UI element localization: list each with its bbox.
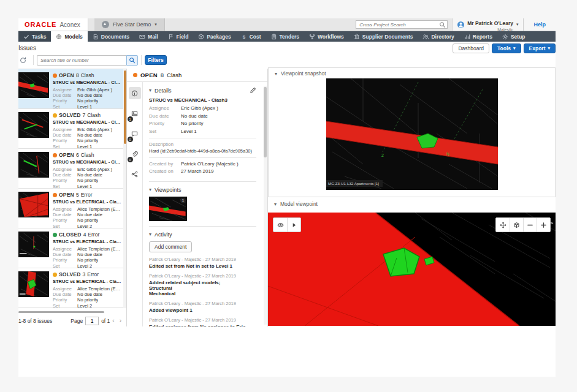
issue-card[interactable]: SOLVED7ClashSTRUC vs MECHANICAL - Clash2…: [18, 109, 124, 149]
filters-button[interactable]: Filters: [145, 55, 167, 65]
field-label: Priority: [53, 98, 77, 104]
count-badge: 1: [128, 116, 133, 122]
pan-button[interactable]: [496, 218, 510, 232]
visibility-eye-button[interactable]: [273, 218, 287, 232]
created-by-label: Created by: [149, 161, 181, 167]
viewpoint-snapshot-toggle[interactable]: ▾ Viewpoint snapshot: [269, 68, 555, 79]
issue-card[interactable]: OPEN6ClashSTRUC vs MECHANICAL - Clash1As…: [18, 149, 124, 189]
zoom-in-button[interactable]: [537, 218, 550, 232]
activity-section-toggle[interactable]: ▾ Activity: [149, 232, 256, 238]
edit-pencil-icon[interactable]: [250, 87, 256, 94]
previous-page-icon[interactable]: ‹: [110, 317, 117, 324]
project-selector[interactable]: Five Star Demo ▾: [94, 18, 165, 31]
issue-list-hscrollbar[interactable]: [18, 311, 104, 313]
mail-icon: [139, 34, 145, 40]
tab-tenders[interactable]: Tenders: [266, 31, 304, 42]
details-section-toggle[interactable]: ▾ Details: [149, 87, 256, 94]
chevron-down-icon: ▾: [149, 232, 151, 237]
image-icon: [131, 110, 138, 117]
expand-toolbar-button[interactable]: [287, 218, 300, 232]
section-cube-button[interactable]: [510, 218, 523, 232]
field-label: Due date: [53, 252, 77, 257]
page-title: Issues: [18, 45, 36, 51]
refresh-icon[interactable]: [20, 57, 26, 64]
viewpoints-section-toggle[interactable]: ▾ Viewpoints: [149, 187, 256, 193]
viewpoint-thumbnail[interactable]: 1: [149, 197, 187, 221]
field-value: No priority: [77, 297, 98, 303]
tab-setup[interactable]: Setup: [497, 31, 530, 42]
user-menu[interactable]: Mr Patrick O'Leary Majestic ▾: [452, 18, 523, 31]
tab-cost[interactable]: $Cost: [236, 31, 266, 42]
detail-title: STRUC vs MECHANICAL - Clash3: [149, 97, 256, 103]
minus-icon: [527, 222, 533, 228]
field-value: Alice Templeton (Enzic...: [77, 246, 123, 252]
details-tab[interactable]: [129, 87, 141, 99]
field-label: Assignee: [53, 286, 77, 292]
issue-thumbnail: [18, 72, 49, 98]
model-viewpoint-toggle[interactable]: ▾ Model viewpoint: [268, 198, 556, 209]
viewpoints-tab[interactable]: 1: [129, 107, 141, 119]
chevron-down-icon: ▾: [548, 46, 550, 51]
cross-project-search-input[interactable]: [356, 20, 448, 29]
add-comment-button[interactable]: Add comment: [149, 241, 192, 252]
search-icon[interactable]: [439, 21, 446, 28]
issue-status: OPEN: [59, 192, 74, 198]
viewer-column: ▾ Viewpoint snapshot 2NMC-Z3-U1-L32 Apar…: [268, 67, 556, 326]
tab-tasks[interactable]: Tasks: [18, 31, 51, 42]
activity-entry: Patrick O'Leary - Majestic - 27 March 20…: [149, 273, 256, 296]
activity-meta: Patrick O'Leary - Majestic - 27 March 20…: [149, 257, 256, 262]
issue-card[interactable]: CLOSED4ErrorSTRUC vs ELECTRICAL - Clash3…: [18, 228, 124, 268]
tab-workflows[interactable]: Workflows: [304, 31, 349, 42]
tab-packages[interactable]: Packages: [193, 31, 235, 42]
issue-title: STRUC vs MECHANICAL - Clash2: [53, 119, 123, 125]
issue-type: Clash: [81, 72, 94, 79]
attachments-tab[interactable]: 0: [129, 148, 141, 160]
detail-scrollbar[interactable]: [264, 86, 267, 325]
tab-mail[interactable]: Mail: [134, 31, 163, 42]
issue-card[interactable]: OPEN5ErrorSTRUC vs ELECTRICAL - Clash4As…: [18, 189, 124, 228]
tab-documents[interactable]: Documents: [88, 31, 134, 42]
chevron-down-icon: ▾: [155, 22, 157, 27]
field-label: Set: [53, 303, 77, 308]
issue-title: STRUC vs ELECTRICAL - Clash3: [53, 239, 123, 244]
field-label: Set: [53, 104, 77, 110]
viewpoint-snapshot-panel: ▾ Viewpoint snapshot 2NMC-Z3-U1-L32 Apar…: [268, 67, 556, 197]
tab-directory[interactable]: Directory: [418, 31, 459, 42]
issue-thumbnail: [18, 192, 49, 217]
tab-reports[interactable]: Reports: [459, 31, 497, 42]
issue-list-scrollbar[interactable]: [123, 69, 126, 308]
issue-search-button[interactable]: [126, 55, 138, 66]
tab-supplier-documents[interactable]: Supplier Documents: [349, 31, 418, 42]
field-value: Level 2: [77, 263, 92, 269]
field-label: Priority: [53, 178, 77, 183]
issue-card[interactable]: SOLVED3ErrorSTRUC vs ELECTRICAL - Clash2…: [18, 268, 124, 308]
field-value: Eric Gibb (Apex ): [77, 87, 112, 92]
page-of-label: of 1: [101, 318, 110, 324]
issue-title: STRUC vs ELECTRICAL - Clash4: [53, 199, 123, 205]
tab-models[interactable]: Models: [51, 31, 87, 42]
page-number-input[interactable]: [85, 317, 99, 325]
next-page-icon[interactable]: ›: [117, 317, 124, 324]
help-link[interactable]: Help: [533, 21, 546, 28]
zoom-out-button[interactable]: [523, 218, 537, 232]
model-3d-viewer[interactable]: [268, 213, 556, 326]
activity-meta: Patrick O'Leary - Majestic - 27 March 20…: [149, 317, 256, 323]
created-by-value: Patrick O'Leary (Majestic ): [181, 161, 239, 167]
dashboard-button[interactable]: Dashboard: [453, 43, 489, 53]
export-button[interactable]: Export▾: [524, 43, 556, 53]
related-models-tab[interactable]: [129, 168, 141, 180]
field-value: Alice Templeton (Enzic...: [77, 206, 123, 212]
tab-field[interactable]: Field: [163, 31, 194, 42]
detail-number: 8: [161, 72, 164, 78]
tools-button[interactable]: Tools▾: [492, 43, 521, 53]
play-arrow-icon: [291, 222, 297, 228]
comments-tab[interactable]: 0: [129, 127, 141, 140]
page-header-row: Issues Dashboard Tools▾ Export▾: [18, 43, 556, 54]
field-value: Level 1: [77, 144, 92, 149]
issue-thumbnail: [18, 152, 49, 178]
field-value: Level 1: [77, 104, 92, 110]
issue-card[interactable]: OPEN8ClashSTRUC vs MECHANICAL - Clash3As…: [18, 69, 124, 109]
activity-text: Edited set from Not in set to Level 1: [149, 263, 256, 269]
issue-search-input[interactable]: [37, 55, 126, 66]
chevron-down-icon: ▾: [274, 202, 277, 207]
